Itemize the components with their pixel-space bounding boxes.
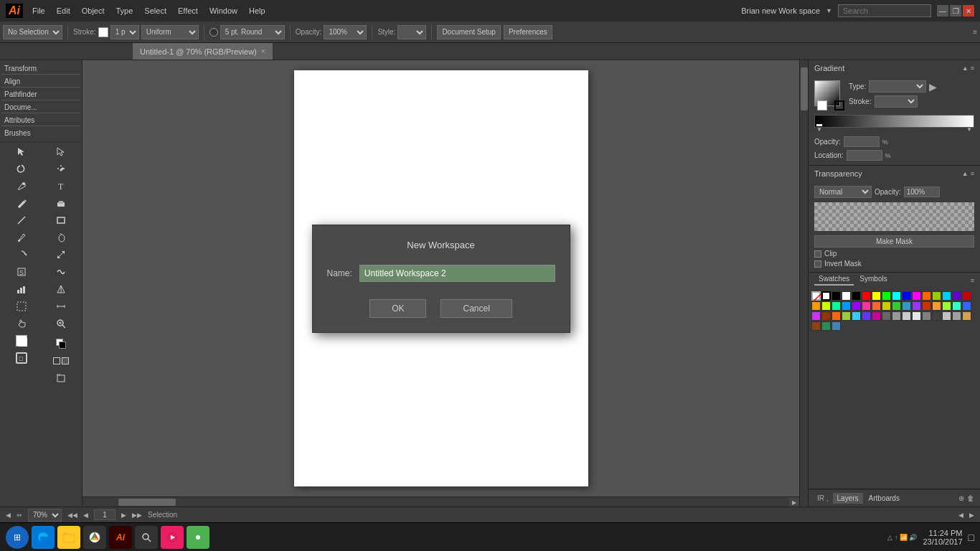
paintbrush-tool[interactable] xyxy=(14,230,29,245)
status-nav-left[interactable]: ◀ xyxy=(958,512,963,519)
illustrator-button[interactable]: Ai xyxy=(109,526,132,549)
status-nav-right[interactable]: ▶ xyxy=(969,512,974,519)
swatch[interactable] xyxy=(831,291,841,301)
swatch[interactable] xyxy=(922,311,931,321)
gradient-panel-header[interactable]: Gradient ▲ ≡ xyxy=(809,60,980,76)
page-input[interactable] xyxy=(94,509,116,520)
color-mode-icon[interactable] xyxy=(53,336,69,352)
pen-tool[interactable] xyxy=(14,178,29,194)
swatch[interactable] xyxy=(882,311,891,321)
chrome-button[interactable] xyxy=(83,526,106,549)
line-tool[interactable] xyxy=(14,212,29,228)
swatch[interactable] xyxy=(862,311,871,321)
swatch[interactable] xyxy=(852,311,861,321)
fill-color-swatch[interactable] xyxy=(817,100,827,110)
nav-left-icon[interactable]: ◀ xyxy=(6,512,11,519)
swatch[interactable] xyxy=(821,291,831,301)
warp-tool[interactable] xyxy=(53,264,69,280)
swatch[interactable] xyxy=(882,301,891,311)
gradient-stop-left[interactable]: ▼ xyxy=(816,124,822,133)
blob-brush-tool[interactable] xyxy=(53,230,69,245)
stroke-weight-select[interactable]: 1 pt xyxy=(110,25,139,39)
swatch[interactable] xyxy=(962,311,971,321)
cancel-button[interactable]: Cancel xyxy=(440,299,512,318)
invert-mask-checkbox[interactable] xyxy=(814,260,821,268)
gradient-collapse-icon[interactable]: ▲ xyxy=(962,65,969,72)
swatch[interactable] xyxy=(872,301,881,311)
make-mask-button[interactable]: Make Mask xyxy=(814,235,974,248)
swatch[interactable] xyxy=(821,321,831,331)
swatch[interactable] xyxy=(902,301,911,311)
gradient-stroke-select[interactable] xyxy=(875,95,918,108)
swatch[interactable] xyxy=(892,291,901,301)
artboards-tab[interactable]: Artboards xyxy=(864,493,904,504)
swatch[interactable] xyxy=(942,301,951,311)
edge-button[interactable] xyxy=(32,526,55,549)
selection-dropdown[interactable]: No Selection xyxy=(3,25,62,39)
media-button[interactable] xyxy=(161,526,184,549)
gradient-stop-right[interactable]: ▼ xyxy=(966,126,972,133)
swatch[interactable] xyxy=(852,301,861,311)
document-panel-label[interactable]: Docume... xyxy=(1,102,80,113)
fill-swatch[interactable] xyxy=(14,333,29,349)
clip-checkbox[interactable] xyxy=(814,250,821,258)
direct-selection-tool[interactable] xyxy=(53,143,69,159)
symbol-tool[interactable]: S xyxy=(14,264,29,280)
close-button[interactable]: ✕ xyxy=(963,5,974,17)
swatch[interactable] xyxy=(842,301,851,311)
minimize-button[interactable]: — xyxy=(937,5,948,17)
page-prev[interactable]: ◀ xyxy=(83,512,88,519)
zoom-tool[interactable] xyxy=(53,316,69,331)
start-button[interactable]: ⊞ xyxy=(6,526,29,549)
menu-edit[interactable]: Edit xyxy=(52,4,75,18)
attributes-panel-label[interactable]: Attributes xyxy=(1,115,80,126)
swatch[interactable] xyxy=(912,301,921,311)
swatch[interactable] xyxy=(811,291,821,301)
blend-mode-select[interactable]: Normal xyxy=(814,186,872,198)
menu-effect[interactable]: Effect xyxy=(173,4,203,18)
swatch[interactable] xyxy=(821,301,831,311)
transparency-menu-icon[interactable]: ≡ xyxy=(971,170,974,177)
search-taskbar-button[interactable] xyxy=(135,526,158,549)
pathfinder-panel-label[interactable]: Pathfinder xyxy=(1,89,80,100)
workspace-name-input[interactable] xyxy=(359,265,555,282)
swatch[interactable] xyxy=(922,301,931,311)
document-tab[interactable]: Untitled-1 @ 70% (RGB/Preview) × xyxy=(133,43,273,60)
swatch[interactable] xyxy=(831,311,841,321)
page-nav-left[interactable]: ◀◀ xyxy=(67,512,77,519)
swatch[interactable] xyxy=(962,301,971,311)
h-scrollbar-thumb[interactable] xyxy=(118,499,176,506)
crop-tool[interactable] xyxy=(14,298,29,314)
lasso-tool[interactable] xyxy=(14,161,29,176)
swatch[interactable] xyxy=(932,301,941,311)
swatch[interactable] xyxy=(892,311,901,321)
swatch[interactable] xyxy=(872,311,881,321)
menu-select[interactable]: Select xyxy=(139,4,171,18)
style-select[interactable] xyxy=(397,25,426,39)
swatch[interactable] xyxy=(922,291,931,301)
canvas-scroll-area[interactable]: New Workspace Name: OK Cancel xyxy=(83,60,799,496)
rotate-tool[interactable] xyxy=(14,247,29,263)
selection-tool[interactable] xyxy=(14,143,29,159)
swatches-tab[interactable]: Swatches xyxy=(814,273,854,286)
preferences-button[interactable]: Preferences xyxy=(504,25,552,39)
scale-tool[interactable] xyxy=(53,247,69,263)
rectangle-tool[interactable] xyxy=(53,212,69,228)
stroke-color-swatch-2[interactable] xyxy=(834,100,844,110)
swatch[interactable] xyxy=(842,291,851,301)
horizontal-scrollbar[interactable]: ▶ xyxy=(83,496,799,507)
menu-window[interactable]: Window xyxy=(204,4,242,18)
search-input[interactable] xyxy=(838,4,931,17)
swatch[interactable] xyxy=(811,301,821,311)
swatch[interactable] xyxy=(962,291,971,301)
gradient-location-input[interactable] xyxy=(847,150,882,161)
artboard-icon[interactable] xyxy=(53,370,69,386)
opacity-select[interactable]: 100% xyxy=(324,25,367,39)
swatch[interactable] xyxy=(852,291,861,301)
swatches-menu-icon[interactable]: ≡ xyxy=(971,277,974,284)
transform-panel-label[interactable]: Transform xyxy=(1,63,80,75)
maximize-button[interactable]: ❐ xyxy=(950,5,961,17)
file-explorer-button[interactable] xyxy=(57,526,80,549)
swatch[interactable] xyxy=(821,311,831,321)
stroke-style-select[interactable]: Uniform xyxy=(141,25,199,39)
